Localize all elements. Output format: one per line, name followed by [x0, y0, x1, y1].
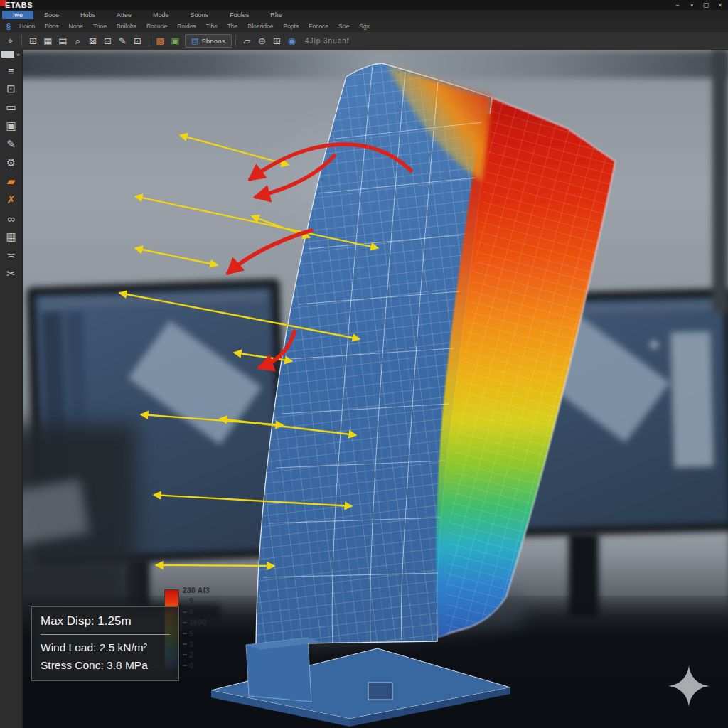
main-toolbar: ⌖ ⊞▦▤⌕⊠⊟✎⊡ ▩▣ ▤ Sbnoos ▱⊕⊞◉ 4Jlp 3nuanf	[0, 32, 728, 50]
menu-item[interactable]: Iwe	[2, 11, 33, 19]
delete-tool-icon[interactable]: ✗	[2, 191, 21, 209]
max-displacement-value: Max Disp: 1.25m	[41, 614, 170, 628]
close-button[interactable]: ×	[717, 1, 724, 9]
window-layout-icon[interactable]: ⊞	[269, 34, 284, 48]
menu-item[interactable]: Popts	[278, 22, 304, 31]
draw-tool-icon[interactable]: ✎	[115, 34, 130, 48]
model-viewport[interactable]: 280 AI3 9 8 1690	[23, 50, 728, 728]
wind-load-arrow	[156, 565, 274, 566]
link-icon[interactable]: ∞	[2, 209, 21, 228]
legend-tick	[183, 611, 187, 613]
toolbar-separator	[235, 35, 236, 47]
menu-item[interactable]: Bbos	[40, 22, 63, 31]
menu-item[interactable]: Trioe	[88, 22, 112, 31]
legend-tick	[183, 601, 187, 602]
menu-bar-second: § HoionBbosNoneTrioeBnilobsRocuoeRoidesT…	[0, 20, 728, 33]
menu-item[interactable]: Sooe	[33, 11, 70, 19]
blocks-icon[interactable]: ▦	[2, 228, 21, 246]
settings-icon[interactable]: ⚙	[2, 154, 21, 172]
legend-tick-row: 5	[183, 630, 210, 638]
menu-item[interactable]: Attee	[106, 11, 142, 19]
legend-tick-label: 9	[189, 597, 193, 605]
restore-button[interactable]: ▪	[688, 1, 695, 9]
rubber-band-icon[interactable]: ⊟	[100, 34, 115, 48]
sidebar-field-row: 9	[0, 51, 22, 58]
menu-item[interactable]: Fococe	[304, 22, 333, 31]
legend-max-row: 280 AI3	[183, 587, 210, 594]
button-label: Sbnoos	[201, 38, 225, 45]
maximize-button[interactable]: ▢	[702, 1, 710, 9]
grid-table-icon[interactable]: ▦	[41, 34, 55, 48]
pencil-icon[interactable]: ✎	[2, 135, 21, 154]
menu-item[interactable]: Mode	[142, 11, 180, 19]
snap-target-icon[interactable]: ◉	[284, 34, 299, 48]
menu-item[interactable]: Bnilobs	[112, 22, 141, 31]
legend-tick-row: 9	[183, 597, 210, 605]
viewport-world: 280 AI3 9 8 1690	[23, 50, 728, 728]
legend-tick-label: 0	[189, 662, 193, 670]
app-icon: §	[3, 22, 14, 31]
menu-items-row: HoionBbosNoneTrioeBnilobsRocuoeRoidesTib…	[14, 22, 375, 31]
active-layer-icon[interactable]: ▰	[2, 172, 21, 191]
monitor-view-icon[interactable]: ⊡	[2, 80, 21, 98]
toolbar-separator	[21, 35, 22, 47]
folder-icon[interactable]: ▭	[2, 98, 21, 117]
tool-sidebar: 9 ≡⊡▭▣✎⚙▰✗∞▦≍✂	[0, 50, 23, 728]
legend-max-label: 280 AI3	[183, 587, 210, 594]
menu-item[interactable]: Bloeridoe	[243, 22, 279, 31]
legend-tick	[183, 643, 187, 645]
display-options-icon[interactable]: ▱	[240, 34, 255, 48]
zoom-tool-icon[interactable]: ⌕	[70, 34, 85, 48]
menu-item[interactable]: Tibe	[201, 22, 223, 31]
add-view-icon[interactable]: ⊕	[255, 34, 269, 48]
axis-tool-icon[interactable]: ⌖	[3, 34, 18, 48]
legend-tick	[183, 665, 187, 666]
sparkle-icon	[667, 664, 711, 708]
ruler-icon[interactable]: ≍	[2, 246, 21, 264]
legend-tick-label: 2	[189, 651, 193, 659]
list-tool-icon[interactable]: ≡	[2, 61, 21, 80]
legend-tick-row: 3	[183, 641, 210, 648]
toolbar-separator	[149, 35, 149, 47]
legend-tick-label: 3	[189, 641, 193, 648]
toolbar-right-text: 4Jlp 3nuanf	[305, 37, 350, 45]
etabs-window: ETABS −▪▢× IweSooeHobsAtteeModeSoonsFoul…	[0, 0, 728, 728]
legend-tick-label: 8	[189, 608, 193, 616]
menu-item[interactable]: Hoion	[14, 22, 40, 31]
menu-item[interactable]: Hobs	[70, 11, 106, 19]
menu-item[interactable]: Roides	[172, 22, 200, 31]
menu-item[interactable]: Soe	[333, 22, 354, 31]
save-icon[interactable]: ▣	[2, 117, 21, 135]
wind-load-value: Wind Load: 2.5 kN/m²	[41, 641, 170, 654]
app-title: ETABS	[5, 1, 33, 9]
legend-tick-label: 5	[189, 630, 193, 638]
assign-loads-icon[interactable]: ▩	[153, 34, 168, 48]
results-info-box: Max Disp: 1.25m Wind Load: 2.5 kN/m² Str…	[31, 606, 179, 681]
menu-item[interactable]: Foules	[219, 11, 259, 19]
sidebar-input-value: 9	[16, 51, 19, 58]
cut-tool-icon[interactable]: ✂	[2, 264, 21, 283]
title-bar: ETABS −▪▢×	[0, 0, 728, 10]
toolbar-labeled-button[interactable]: ▤ Sbnoos	[185, 34, 232, 48]
legend-tick-row: 8	[183, 608, 210, 616]
info-divider	[41, 634, 170, 635]
legend-tick-row: 0	[183, 662, 210, 670]
menu-item[interactable]: None	[64, 22, 88, 31]
legend-tick-row: 1690	[183, 619, 210, 626]
select-window-icon[interactable]: ⊠	[85, 34, 100, 48]
menu-item[interactable]: Soons	[180, 11, 220, 19]
sidebar-input[interactable]	[1, 51, 14, 58]
minimize-button[interactable]: −	[674, 1, 681, 9]
button-icon: ▤	[191, 36, 198, 46]
open-file-icon[interactable]: ▤	[55, 34, 70, 48]
legend-tick	[183, 622, 187, 623]
menu-item[interactable]: Tbe	[223, 22, 243, 31]
frame-element-icon[interactable]: ⊡	[130, 34, 145, 48]
menu-item[interactable]: Rhe	[259, 11, 293, 19]
menu-bar-top: IweSooeHobsAtteeModeSoonsFoulesRhe	[0, 10, 728, 20]
menu-item[interactable]: Sgx	[354, 22, 375, 31]
wind-load-arrow	[135, 248, 218, 265]
run-analysis-icon[interactable]: ▣	[168, 34, 183, 48]
menu-item[interactable]: Rocuoe	[141, 22, 172, 31]
new-model-icon[interactable]: ⊞	[26, 34, 41, 48]
